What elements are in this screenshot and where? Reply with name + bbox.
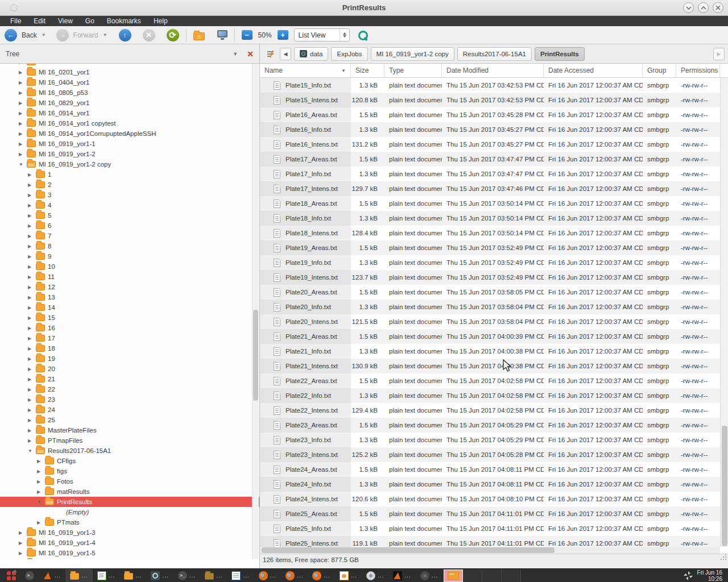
taskbar-button-folder-brown[interactable]: ...	[200, 569, 227, 582]
file-row-plate24-intens-txt[interactable]: Plate24_Intens.txt120.6 kBplain text doc…	[260, 492, 728, 506]
workspace-1[interactable]	[444, 569, 463, 582]
expand-toggle-icon[interactable]: ▶	[28, 213, 35, 218]
column-header-size[interactable]: Size	[351, 64, 384, 77]
file-row-plate18-info-txt[interactable]: Plate18_Info.txt1.3 kBplain text documen…	[260, 211, 728, 226]
expand-toggle-icon[interactable]: ▶	[28, 346, 35, 351]
edit-location-button[interactable]	[264, 48, 277, 60]
tree-item-mi-16-0919-yor1-1[interactable]: ▶MI 16_0919_yor1-1	[0, 139, 259, 149]
taskbar-button-firefox[interactable]: ...	[254, 569, 281, 582]
expand-toggle-icon[interactable]: ▶	[28, 254, 35, 259]
file-row-plate19-intens-txt[interactable]: Plate19_Intens.txt123.7 kBplain text doc…	[260, 270, 728, 285]
expand-toggle-icon[interactable]: ▶	[37, 520, 44, 525]
file-row-plate17-areas-txt[interactable]: Plate17_Areas.txt1.5 kBplain text docume…	[260, 152, 728, 167]
tree-item-ptmapfiles[interactable]: ▶PTmapFiles	[0, 435, 259, 446]
search-button[interactable]	[358, 30, 368, 41]
menu-help[interactable]: Help	[148, 16, 173, 26]
file-row-plate22-areas-txt[interactable]: Plate22_Areas.txt1.5 kBplain text docume…	[260, 373, 728, 388]
expand-toggle-icon[interactable]: ▶	[19, 90, 26, 95]
expand-toggle-icon[interactable]: ▶	[19, 152, 26, 157]
tree-item-24[interactable]: ▶24	[0, 405, 259, 415]
expand-toggle-icon[interactable]: ▶	[28, 428, 35, 433]
title-bar[interactable]: PrintResults	[0, 0, 728, 16]
expand-toggle-icon[interactable]: ▶	[19, 80, 26, 85]
side-pane-dropdown-icon[interactable]: ▼	[233, 51, 238, 57]
path-scroll-left-button[interactable]: ◀	[280, 48, 291, 60]
path-scroll-right-button[interactable]: ▶	[713, 48, 725, 60]
expand-toggle-icon[interactable]: ▶	[28, 295, 35, 300]
tree-item-25[interactable]: ▶25	[0, 415, 259, 425]
breadcrumb-data[interactable]: data	[294, 47, 328, 61]
tree-item-fotos[interactable]: ▶Fotos	[0, 476, 259, 487]
tree-item-5[interactable]: ▶5	[0, 210, 259, 221]
expand-toggle-icon[interactable]: ▶	[28, 315, 35, 321]
minimize-button[interactable]	[683, 2, 694, 13]
expand-toggle-icon[interactable]: ▶	[28, 326, 35, 331]
expand-toggle-icon[interactable]: ▶	[28, 193, 35, 198]
up-button[interactable]: ↑	[119, 29, 131, 41]
list-vertical-scrollbar[interactable]	[720, 78, 728, 547]
taskbar-button-matlab-dark[interactable]: ...	[388, 569, 415, 582]
tree-item-18[interactable]: ▶18	[0, 343, 259, 354]
stop-button[interactable]: ✕	[143, 29, 155, 41]
tree-item-8[interactable]: ▶8	[0, 241, 259, 251]
menu-view[interactable]: View	[52, 16, 78, 26]
tree-item-22[interactable]: ▶22	[0, 384, 259, 394]
expand-toggle-icon[interactable]: ▶	[28, 305, 35, 310]
expand-toggle-icon[interactable]: ▶	[19, 142, 26, 147]
taskbar-button-lo-start[interactable]: ...	[362, 569, 388, 582]
tree-item-mi-16-0919-yor1-4[interactable]: ▶MI 16_0919_yor1-4	[0, 538, 259, 548]
taskbar-button-viewer[interactable]: ...	[146, 569, 173, 582]
tree-item-11[interactable]: ▶11	[0, 272, 259, 282]
expand-toggle-icon[interactable]: ▶	[19, 121, 26, 126]
collapse-toggle-icon[interactable]: ▼	[19, 162, 26, 167]
file-row-plate23-areas-txt[interactable]: Plate23_Areas.txt1.5 kBplain text docume…	[260, 418, 728, 433]
column-header-group[interactable]: Group	[643, 64, 676, 77]
tree-item-mi-16-0805-p53[interactable]: ▶MI 16_0805_p53	[0, 88, 259, 98]
close-button[interactable]	[713, 2, 723, 13]
collapse-toggle-icon[interactable]: ▼	[28, 448, 35, 454]
tree-item-10[interactable]: ▶10	[0, 261, 259, 272]
expand-toggle-icon[interactable]: ▶	[28, 418, 35, 423]
zoom-out-button[interactable]: −	[242, 30, 253, 40]
file-row-plate25-areas-txt[interactable]: Plate25_Areas.txt1.5 kBplain text docume…	[260, 506, 728, 521]
expand-toggle-icon[interactable]: ▶	[37, 479, 44, 484]
workspace-3[interactable]	[482, 569, 502, 582]
computer-button[interactable]	[217, 30, 228, 38]
taskbar-button-folder[interactable]: ...	[65, 569, 92, 582]
taskbar-button-writer[interactable]: ...	[227, 569, 254, 582]
view-mode-select[interactable]: List View	[294, 28, 350, 41]
file-row-plate15-intens-txt[interactable]: Plate15_Intens.txt120.8 kBplain text doc…	[260, 93, 728, 107]
tree-item-mi-16-0829-yor1[interactable]: ▶MI 16_0829_yor1	[0, 98, 259, 108]
tree-item-6[interactable]: ▶6	[0, 221, 259, 231]
tree-item-masterplatefiles[interactable]: ▶MasterPlateFiles	[0, 425, 259, 435]
expand-toggle-icon[interactable]: ▶	[37, 469, 44, 474]
expand-toggle-icon[interactable]: ▶	[19, 70, 26, 75]
tree-item-23[interactable]: ▶23	[0, 394, 259, 405]
tree-item-13[interactable]: ▶13	[0, 292, 259, 302]
column-header-date-modified[interactable]: Date Modified	[442, 64, 544, 77]
expand-toggle-icon[interactable]: ▶	[28, 408, 35, 413]
taskbar-button-terminal[interactable]: >_...	[173, 569, 200, 582]
tree-item-4[interactable]: ▶4	[0, 200, 259, 210]
expand-toggle-icon[interactable]: ▶	[28, 397, 35, 402]
view-mode-spinner[interactable]	[340, 29, 349, 41]
file-row-plate25-info-txt[interactable]: Plate25_Info.txt1.3 kBplain text documen…	[260, 521, 728, 536]
menu-file[interactable]: File	[5, 16, 27, 26]
tree-item-15[interactable]: ▶15	[0, 313, 259, 323]
refresh-button[interactable]: ⟳	[167, 29, 179, 41]
taskbar-button-matlab[interactable]: ...	[39, 569, 65, 582]
file-row-plate24-areas-txt[interactable]: Plate24_Areas.txt1.5 kBplain text docume…	[260, 462, 728, 477]
taskbar-button-firefox[interactable]: ...	[281, 569, 308, 582]
expand-toggle-icon[interactable]: ▶	[28, 387, 35, 392]
file-row-plate24-info-txt[interactable]: Plate24_Info.txt1.3 kBplain text documen…	[260, 477, 728, 492]
file-row-plate19-areas-txt[interactable]: Plate19_Areas.txt1.5 kBplain text docume…	[260, 240, 728, 255]
tree-item-17[interactable]: ▶17	[0, 333, 259, 343]
file-row-plate20-info-txt[interactable]: Plate20_Info.txt1.3 kBplain text documen…	[260, 300, 728, 314]
tree-item-9[interactable]: ▶9	[0, 251, 259, 261]
workspace-4[interactable]	[502, 569, 521, 582]
tree-item-1[interactable]: ▶1	[0, 169, 259, 180]
file-row-plate16-info-txt[interactable]: Plate16_Info.txt1.3 kBplain text documen…	[260, 122, 728, 137]
back-label[interactable]: Back	[22, 31, 37, 39]
expand-toggle-icon[interactable]: ▶	[37, 459, 44, 464]
file-row-plate20-areas-txt[interactable]: Plate20_Areas.txt1.5 kBplain text docume…	[260, 285, 728, 300]
